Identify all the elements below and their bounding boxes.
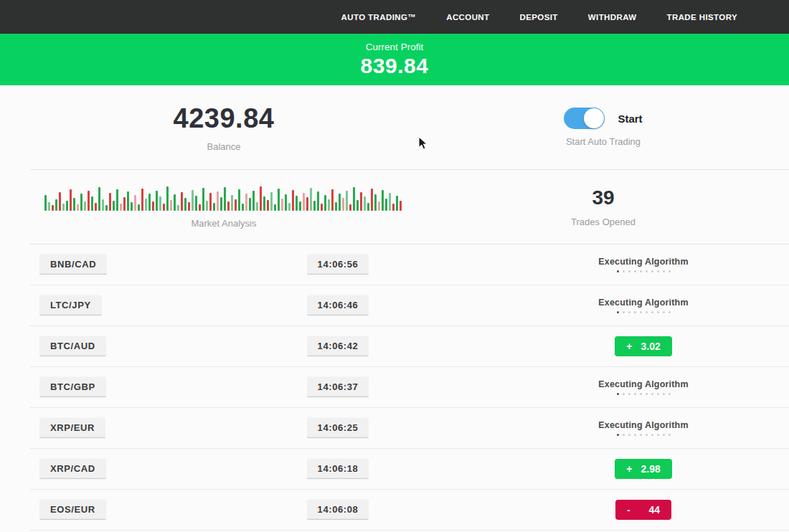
profit-badge: + 3.02 xyxy=(615,336,671,356)
table-row: XRP/EUR 14:06:25 Executing Algorithm xyxy=(30,408,789,449)
executing-label: Executing Algorithm xyxy=(536,379,751,389)
badge-value: 2.98 xyxy=(641,463,660,475)
progress-dots xyxy=(536,393,751,395)
nav-item-deposit[interactable]: DEPOSIT xyxy=(520,13,558,22)
status-cell: Executing Algorithm xyxy=(536,257,751,272)
executing-label: Executing Algorithm xyxy=(536,298,751,308)
badge-sign: + xyxy=(626,341,632,352)
auto-trading-toggle[interactable] xyxy=(564,108,605,129)
pair-chip[interactable]: XRP/CAD xyxy=(39,459,106,480)
table-row: LTC/JPY 14:06:46 Executing Algorithm xyxy=(30,285,789,326)
pair-chip[interactable]: XRP/EUR xyxy=(39,418,105,439)
top-nav: AUTO TRADING™ ACCOUNT DEPOSIT WITHDRAW T… xyxy=(0,0,789,34)
current-profit-banner: Current Profit 839.84 xyxy=(0,34,789,85)
status-cell: + 3.02 xyxy=(536,336,751,356)
current-profit-label: Current Profit xyxy=(366,42,423,52)
table-row: EOS/EUR 14:06:08 - 44 xyxy=(30,490,789,531)
status-cell: Executing Algorithm xyxy=(536,298,751,313)
progress-dots xyxy=(536,434,751,436)
trades-opened-block: 39 Trades Opened xyxy=(417,170,789,244)
badge-value: 44 xyxy=(649,504,661,516)
toggle-start-label: Start xyxy=(618,113,642,125)
market-analysis-chart xyxy=(44,185,403,211)
balance-value: 4239.84 xyxy=(174,103,275,134)
time-chip: 14:06:08 xyxy=(307,500,369,521)
main-content: 4239.84 Balance Start Start Auto Trading… xyxy=(30,85,789,531)
table-row: BTC/GBP 14:06:37 Executing Algorithm xyxy=(30,367,789,408)
status-cell: + 2.98 xyxy=(536,459,751,479)
nav-item-auto-trading[interactable]: AUTO TRADING™ xyxy=(341,13,417,22)
market-section: Market Analysis 39 Trades Opened xyxy=(30,170,789,244)
executing-label: Executing Algorithm xyxy=(536,420,751,430)
time-chip: 14:06:18 xyxy=(307,459,369,480)
time-chip: 14:06:25 xyxy=(307,418,369,439)
pair-chip[interactable]: EOS/EUR xyxy=(39,500,106,521)
auto-trading-label: Start Auto Trading xyxy=(566,136,641,147)
table-row: XRP/CAD 14:06:18 + 2.98 xyxy=(30,449,789,490)
table-row: BNB/CAD 14:06:56 Executing Algorithm xyxy=(30,244,789,285)
pair-chip[interactable]: BNB/CAD xyxy=(39,255,107,275)
balance-block: 4239.84 Balance xyxy=(30,85,417,169)
pair-chip[interactable]: BTC/GBP xyxy=(39,377,106,398)
trades-list: BNB/CAD 14:06:56 Executing Algorithm LTC… xyxy=(30,244,789,531)
executing-label: Executing Algorithm xyxy=(536,257,751,267)
profit-badge: + 2.98 xyxy=(615,459,671,479)
balance-label: Balance xyxy=(207,141,241,152)
status-cell: Executing Algorithm xyxy=(536,379,751,395)
status-cell: - 44 xyxy=(536,500,751,520)
trades-opened-label: Trades Opened xyxy=(571,217,636,227)
nav-item-account[interactable]: ACCOUNT xyxy=(446,13,489,22)
market-analysis-label: Market Analysis xyxy=(191,218,256,229)
badge-sign: - xyxy=(627,504,630,516)
status-cell: Executing Algorithm xyxy=(536,420,751,436)
pair-chip[interactable]: LTC/JPY xyxy=(39,295,102,316)
toggle-knob xyxy=(584,108,604,128)
balance-section: 4239.84 Balance Start Start Auto Trading xyxy=(30,85,789,170)
time-chip: 14:06:37 xyxy=(307,377,369,398)
badge-sign: + xyxy=(626,463,632,475)
market-analysis-block: Market Analysis xyxy=(30,170,417,244)
progress-dots xyxy=(536,270,751,272)
table-row: BTC/AUD 14:06:42 + 3.02 xyxy=(30,326,789,367)
time-chip: 14:06:56 xyxy=(307,255,369,275)
auto-trading-block: Start Start Auto Trading xyxy=(417,85,789,169)
nav-item-withdraw[interactable]: WITHDRAW xyxy=(588,13,637,22)
trades-opened-value: 39 xyxy=(592,186,614,209)
current-profit-value: 839.84 xyxy=(361,54,429,78)
loss-badge: - 44 xyxy=(615,500,671,520)
pair-chip[interactable]: BTC/AUD xyxy=(39,336,106,357)
badge-value: 3.02 xyxy=(641,341,660,352)
progress-dots xyxy=(536,311,751,313)
nav-item-trade-history[interactable]: TRADE HISTORY xyxy=(667,13,738,22)
time-chip: 14:06:42 xyxy=(307,336,369,357)
time-chip: 14:06:46 xyxy=(307,295,369,316)
